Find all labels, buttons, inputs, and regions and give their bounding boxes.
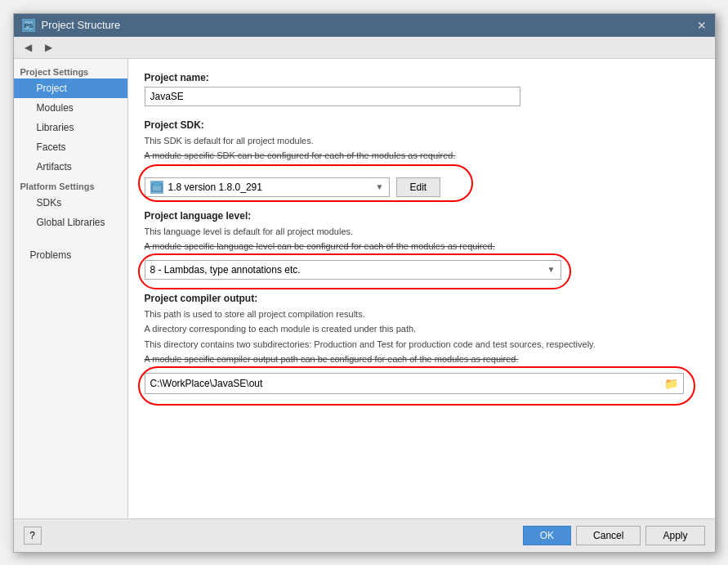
- dialog-title: Project Structure: [42, 19, 121, 31]
- compiler-output-row: C:\WorkPlace\JavaSE\out 📁: [145, 373, 684, 394]
- language-dropdown-arrow: ▼: [547, 265, 556, 274]
- title-icon: PS: [22, 19, 35, 32]
- bottom-bar: ? OK Cancel Apply: [14, 518, 715, 552]
- ok-button[interactable]: OK: [523, 526, 571, 545]
- language-desc2: A module specific language level can be …: [145, 240, 699, 253]
- sidebar-item-modules[interactable]: Modules: [14, 98, 127, 118]
- folder-button[interactable]: 📁: [664, 377, 678, 390]
- sdk-edit-button[interactable]: Edit: [396, 177, 441, 197]
- language-title: Project language level:: [145, 210, 699, 222]
- compiler-title: Project compiler output:: [145, 293, 699, 304]
- compiler-desc1: This path is used to store all project c…: [145, 307, 699, 321]
- sdk-section: Project SDK: This SDK is default for all…: [145, 119, 699, 197]
- project-name-section: Project name:: [145, 72, 699, 106]
- sdk-dropdown-arrow: ▼: [376, 182, 384, 191]
- sidebar-item-problems[interactable]: Problems: [14, 245, 127, 265]
- sidebar: Project Settings Project Modules Librari…: [14, 59, 128, 518]
- sidebar-item-facets[interactable]: Facets: [14, 137, 127, 157]
- project-name-label: Project name:: [145, 72, 699, 83]
- sdk-value: 1.8 version 1.8.0_291: [168, 182, 371, 193]
- sdk-icon: [150, 181, 163, 194]
- apply-button[interactable]: Apply: [645, 526, 704, 545]
- language-dropdown[interactable]: 8 - Lambdas, type annotations etc. ▼: [145, 260, 561, 280]
- compiler-desc3: This directory contains two subdirectori…: [145, 338, 699, 352]
- project-name-input[interactable]: [145, 87, 520, 106]
- svg-text:PS: PS: [24, 22, 33, 29]
- sdk-title: Project SDK:: [145, 119, 699, 131]
- close-button[interactable]: ✕: [697, 20, 707, 31]
- sdk-desc2: A module specific SDK can be configured …: [145, 149, 699, 163]
- help-button[interactable]: ?: [24, 527, 42, 545]
- action-buttons: OK Cancel Apply: [523, 526, 705, 545]
- sidebar-item-global-libraries[interactable]: Global Libraries: [14, 213, 127, 232]
- back-button[interactable]: ◀: [20, 39, 36, 56]
- compiler-output-value: C:\WorkPlace\JavaSE\out: [150, 378, 659, 389]
- nav-bar: ◀ ▶: [14, 37, 715, 59]
- compiler-desc2: A directory corresponding to each module…: [145, 322, 699, 336]
- compiler-desc4: A module specific compiler output path c…: [145, 352, 699, 366]
- compiler-section: Project compiler output: This path is us…: [145, 293, 699, 394]
- sidebar-item-artifacts[interactable]: Artifacts: [14, 157, 127, 177]
- sidebar-item-project[interactable]: Project: [14, 78, 127, 98]
- main-content: Project Settings Project Modules Librari…: [14, 59, 715, 518]
- platform-settings-section-label: Platform Settings: [14, 177, 127, 193]
- cancel-button[interactable]: Cancel: [576, 526, 641, 545]
- content-area: Project name: Project SDK: This SDK is d…: [128, 59, 715, 518]
- sdk-dropdown[interactable]: 1.8 version 1.8.0_291 ▼: [145, 177, 390, 197]
- sidebar-item-sdks[interactable]: SDKs: [14, 193, 127, 213]
- svg-rect-3: [154, 182, 160, 186]
- project-settings-section-label: Project Settings: [14, 62, 127, 78]
- language-desc1: This language level is default for all p…: [145, 225, 699, 239]
- language-section: Project language level: This language le…: [145, 210, 699, 280]
- sdk-desc1: This SDK is default for all project modu…: [145, 134, 699, 148]
- title-bar: PS Project Structure ✕: [14, 14, 715, 37]
- sdk-row: 1.8 version 1.8.0_291 ▼ Edit: [145, 177, 441, 197]
- language-value: 8 - Lambdas, type annotations etc.: [150, 264, 547, 276]
- sidebar-item-libraries[interactable]: Libraries: [14, 118, 127, 137]
- forward-button[interactable]: ▶: [41, 39, 56, 56]
